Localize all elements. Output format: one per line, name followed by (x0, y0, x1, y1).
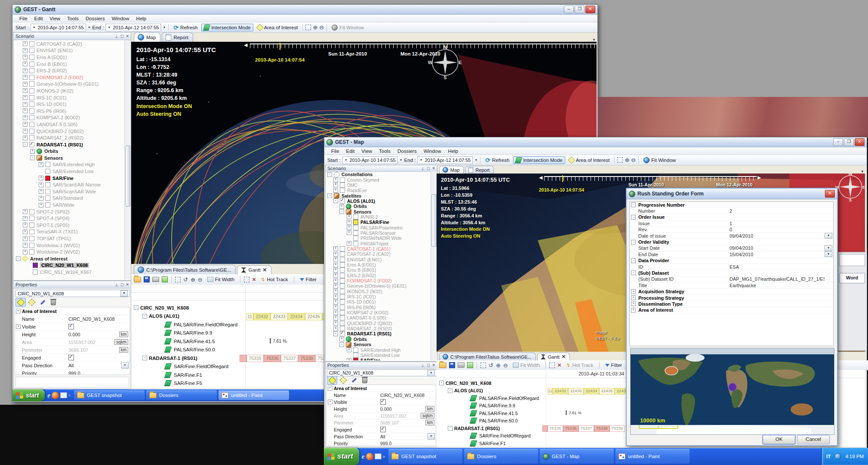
tree-expander[interactable]: - (30, 155, 35, 160)
tree-item-marker[interactable] (33, 270, 38, 275)
tree-expander[interactable]: + (39, 196, 43, 201)
form-field-dropdown-icon[interactable]: ▼ (825, 251, 832, 257)
menu-item[interactable]: View (358, 149, 376, 154)
open-icon[interactable] (134, 277, 141, 282)
delete-tool[interactable] (49, 298, 58, 306)
tree-item-label[interactable]: Orbits (354, 337, 367, 342)
tree-item[interactable]: CIRC_N51_W104_K667 (14, 269, 124, 276)
tree-item-marker[interactable] (340, 177, 345, 183)
menu-item[interactable]: File (16, 16, 31, 21)
firefox-icon[interactable] (366, 453, 373, 460)
menu-item[interactable]: Edit (31, 16, 46, 21)
tree-item[interactable]: + PRISM/Triplet (326, 241, 431, 246)
tree-item-marker[interactable] (29, 122, 34, 127)
tree-expander[interactable]: + (39, 162, 43, 167)
tree-item-marker[interactable] (29, 249, 34, 254)
tree-item-label[interactable]: Worldview-1 (WV01) (37, 243, 80, 248)
form-field-value[interactable]: ESA (729, 264, 825, 270)
tree-item-label[interactable]: ERS-2 (ER02) (37, 68, 67, 73)
tree-item-label[interactable]: CIRC_N20_W1_K608 (40, 263, 89, 268)
edit-tool[interactable] (38, 298, 47, 306)
hot-track-button[interactable]: Hot Track (259, 276, 290, 283)
edit-tool[interactable] (349, 376, 359, 384)
orbit-cell[interactable]: 22432 (553, 388, 568, 394)
start-datetime-field[interactable]: ▼2010-Apr-10 14:07:55 (342, 156, 398, 164)
tree-item-marker[interactable] (45, 176, 50, 181)
gantt-row-label[interactable]: SAR/Fine.FieldOfRegard (479, 433, 530, 438)
tree-item[interactable]: + SAR/Standard (14, 195, 124, 202)
order-form-row[interactable]: + Acquisition Strategy ▼ (630, 288, 833, 294)
tree-item-label[interactable]: SAR/ScanSAR Wide (52, 189, 96, 194)
tree-item-label[interactable]: Areas of Interest (30, 256, 68, 261)
tree-item-label[interactable]: LANDSAT-5 (LS05) (347, 315, 386, 320)
timeline-left-arrow[interactable]: ◀ (539, 175, 542, 180)
tree-item[interactable]: + SAR/Extended High (14, 161, 124, 168)
tree-item-label[interactable]: SAR/Extended High (52, 162, 95, 167)
tree-item-label[interactable]: Eros A (EO01) (347, 262, 376, 267)
aoi-marker-circ-n51[interactable] (665, 366, 678, 375)
tree-item[interactable]: + PALSAR/Polarimetric (326, 225, 431, 230)
pdf-icon[interactable] (549, 363, 555, 368)
tree-expander[interactable]: + (333, 273, 338, 278)
tabs-overflow-chevron[interactable]: ▼ (592, 38, 596, 42)
tree-expander[interactable]: + (23, 243, 28, 248)
end-datetime-field[interactable]: ▼2010-Apr-12 14:07:55 (105, 24, 161, 31)
tree-item[interactable]: - ALOS (AL01) (326, 198, 431, 204)
dialog-close-button[interactable]: ✕ (825, 190, 835, 198)
orbit-cell[interactable]: 75338 (594, 425, 609, 432)
start-button[interactable]: start (324, 448, 359, 465)
tree-expander[interactable]: + (23, 95, 28, 100)
taskbar-task-button[interactable]: GEST snapshot (388, 449, 462, 464)
tab-gantt[interactable]: Gantt✕ (537, 353, 570, 360)
tree-item-marker[interactable] (37, 155, 42, 161)
tree-expander[interactable]: + (23, 68, 28, 73)
gantt-row-label[interactable]: PALSAR/Fine.50.0 (479, 418, 518, 423)
orbit-cell[interactable]: 75335 (246, 355, 264, 362)
tree-item-marker[interactable] (340, 273, 345, 278)
tree-item-marker[interactable] (29, 48, 34, 53)
tree-expander[interactable]: + (23, 82, 28, 87)
tree-item-label[interactable]: SAR/Fine (360, 358, 381, 360)
tab-report-path[interactable]: C:\Program Files\Taitus Software\GE... (134, 265, 236, 274)
scenario-panel-header[interactable]: Scenario ⊤ ◻ ✕ (326, 165, 437, 172)
tree-expander[interactable]: + (333, 300, 338, 304)
tree-item[interactable]: + AVNIR-2 (326, 214, 431, 220)
tree-item-marker[interactable] (29, 209, 34, 214)
orbit-cell[interactable]: 75339 (609, 425, 625, 432)
start-button[interactable]: start (12, 389, 45, 401)
menu-item[interactable]: Window (108, 16, 133, 21)
tree-item[interactable]: + IRS-P6 (IR06) (14, 108, 124, 115)
tabs-overflow-chevron[interactable]: ▼ (861, 170, 864, 174)
taskbar-task-button[interactable]: GEST - Map (540, 449, 614, 464)
tree-expander[interactable]: + (39, 189, 43, 194)
tree-item-marker[interactable] (29, 41, 34, 46)
taskbar-task-button[interactable]: GEST snapshot (74, 391, 145, 400)
property-checkbox[interactable] (68, 355, 74, 360)
tree-item-label[interactable]: RapidEye (347, 188, 367, 193)
tree-expander[interactable]: + (23, 136, 28, 140)
gantt-row-label[interactable]: SAR/Fine.F1 (479, 441, 506, 446)
tree-item[interactable]: + SAR/Fine (326, 358, 431, 360)
aoi-circle-tool[interactable] (327, 376, 337, 384)
tree-expander[interactable]: + (347, 358, 351, 360)
gantt-row-label[interactable]: SAR/Fine.FieldOfRegard (174, 364, 228, 369)
tree-item[interactable]: + SAR/Fine (14, 175, 124, 182)
scenario-panel-header[interactable]: Scenario ⊤ ◻ ✕ (14, 33, 131, 40)
taskbar-task-button[interactable]: untitled - Paint (219, 391, 289, 400)
property-row[interactable]: Perimeter 3685.107 km ▼ (327, 419, 436, 426)
tree-item-marker[interactable] (340, 289, 345, 294)
tree-item-marker[interactable] (29, 62, 34, 67)
property-group-row[interactable]: − Area of Interest (15, 307, 129, 315)
order-form-row[interactable]: ID ESA ▼ (630, 264, 833, 270)
close-button[interactable]: ✕ (855, 138, 865, 146)
tree-expander[interactable]: + (333, 326, 338, 331)
maximize-panel-icon[interactable]: ◻ (427, 166, 430, 170)
order-form-row[interactable]: + Area of Interest ▼ (630, 307, 833, 313)
tree-item-marker[interactable] (45, 169, 50, 174)
tree-item-label[interactable]: RADARSAT-1 (RS01) (347, 331, 391, 336)
form-group-expander[interactable]: - (631, 258, 636, 263)
tree-item[interactable]: + Eros B (EB01) (14, 61, 124, 68)
tree-item-label[interactable]: SAR/Extended High (360, 347, 400, 353)
tab-map[interactable]: Map (439, 166, 464, 174)
tree-item-label[interactable]: Geoeye-1(Orbview-5) (GE01) (347, 283, 406, 288)
